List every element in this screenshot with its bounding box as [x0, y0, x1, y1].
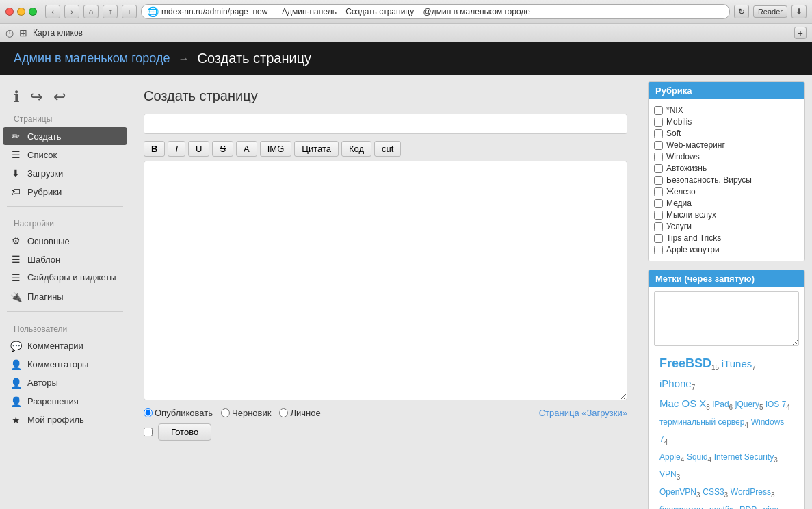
close-button[interactable]: [5, 8, 14, 16]
list-icon: ☰: [10, 149, 22, 160]
minimize-button[interactable]: [17, 8, 25, 16]
add-bookmark-button[interactable]: +: [794, 27, 807, 39]
tag-ipad[interactable]: iPad: [713, 400, 729, 409]
sidebar-item-downloads[interactable]: ⬇ Загрузки: [3, 164, 127, 182]
rubric-mobilis[interactable]: Mobilis: [654, 117, 799, 127]
publish-option[interactable]: Опубликовать: [144, 408, 213, 418]
permissions-icon: 👤: [10, 396, 22, 407]
quote-button[interactable]: Цитата: [294, 141, 339, 157]
rubric-security[interactable]: Безопасность. Вирусы: [654, 175, 799, 185]
comments-icon: 💬: [10, 341, 22, 352]
image-button[interactable]: IMG: [260, 141, 292, 157]
submit-checkbox[interactable]: [144, 428, 153, 436]
bookmark-label[interactable]: Карта кликов: [33, 28, 83, 38]
back-button[interactable]: ‹: [45, 5, 60, 18]
rubric-tips[interactable]: Tips and Tricks: [654, 233, 799, 243]
sidebar-item-commentators[interactable]: 👤 Комментаторы: [3, 356, 127, 374]
tag-macosx[interactable]: Mac OS X: [659, 397, 706, 409]
sidebar-item-permissions[interactable]: 👤 Разрешения: [3, 393, 127, 410]
rubric-thoughts[interactable]: Мысли вслух: [654, 210, 799, 220]
sidebar-item-create-label: Создать: [27, 131, 61, 142]
tag-freebsd[interactable]: FreeBSD: [659, 356, 711, 370]
share-button[interactable]: ↑: [103, 5, 118, 18]
underline-button[interactable]: U: [188, 141, 209, 157]
forward-action-icon[interactable]: ↪: [30, 88, 42, 106]
forward-button[interactable]: ›: [64, 5, 79, 18]
submit-button[interactable]: Готово: [158, 423, 211, 441]
reload-button[interactable]: ↻: [734, 5, 749, 18]
cut-button[interactable]: cut: [374, 141, 401, 157]
sidebar-item-authors-label: Авторы: [27, 378, 58, 388]
add-tab-button[interactable]: +: [122, 5, 137, 18]
sidebar-item-create[interactable]: ✏ Создать: [3, 127, 127, 145]
rubric-hardware[interactable]: Железо: [654, 187, 799, 196]
editor-area[interactable]: [144, 161, 627, 400]
private-option[interactable]: Личное: [279, 408, 320, 418]
tag-css3[interactable]: CSS3: [703, 487, 724, 497]
sidebar-item-authors[interactable]: 👤 Авторы: [3, 374, 127, 392]
history-icon[interactable]: ◷: [5, 27, 14, 38]
tag-itunes[interactable]: iTunes: [722, 358, 752, 369]
bold-button[interactable]: B: [144, 141, 165, 157]
tag-wordpress[interactable]: WordPress: [731, 487, 771, 497]
italic-button[interactable]: I: [168, 141, 185, 157]
sidebar-item-sidebars[interactable]: ☰ Сайдбары и виджеты: [3, 269, 127, 287]
sidebar-item-list[interactable]: ☰ Список: [3, 146, 127, 164]
page-link[interactable]: Страница «Загрузки»: [539, 408, 627, 418]
draft-option[interactable]: Черновик: [221, 408, 271, 418]
tag-pipe[interactable]: pipe: [763, 505, 778, 509]
tag-squid[interactable]: Squid: [687, 452, 708, 462]
rubric-soft[interactable]: Soft: [654, 129, 799, 138]
logout-icon[interactable]: ↩: [53, 88, 66, 106]
maximize-button[interactable]: [29, 8, 37, 16]
code-button[interactable]: Код: [341, 141, 371, 157]
section-title-users: Пользователи: [0, 317, 130, 337]
tag-vpn[interactable]: VPN: [659, 469, 677, 479]
tag-openvpn[interactable]: OpenVPN: [659, 487, 696, 497]
rubric-life[interactable]: Автожизнь: [654, 164, 799, 173]
authors-icon: 👤: [10, 378, 22, 389]
publish-label: Опубликовать: [155, 408, 213, 418]
tag-apple[interactable]: Apple: [659, 452, 681, 462]
rubric-windows[interactable]: Windows: [654, 152, 799, 161]
rubric-web[interactable]: Web-мастеринг: [654, 140, 799, 150]
plugins-icon: 🔌: [10, 291, 22, 302]
tag-blocker[interactable]: блокиратор: [659, 505, 703, 509]
publish-bar: Опубликовать Черновик Личное Страница «З…: [144, 408, 627, 418]
submit-row: Готово: [144, 423, 627, 441]
tags-input[interactable]: [654, 291, 799, 346]
sidebar-item-basic[interactable]: ⚙ Основные: [3, 232, 127, 250]
private-label: Личное: [290, 408, 320, 418]
tag-internet-security[interactable]: Internet Security: [714, 452, 774, 462]
tag-terminal-server[interactable]: терминальный сервер: [659, 417, 744, 427]
download-button[interactable]: ⬇: [791, 5, 807, 18]
rubric-apple[interactable]: Apple изнутри: [654, 245, 799, 254]
site-name-link[interactable]: Админ в маленьком городе: [14, 51, 170, 66]
sidebar-item-basic-label: Основные: [27, 236, 70, 246]
strikethrough-button[interactable]: S: [212, 141, 233, 157]
sidebar-item-rubrics[interactable]: 🏷 Рубрики: [3, 183, 127, 200]
link-button[interactable]: A: [236, 141, 257, 157]
home-button[interactable]: ⌂: [83, 5, 99, 18]
reader-button[interactable]: Reader: [753, 5, 787, 18]
rubric-services[interactable]: Услуги: [654, 222, 799, 231]
sidebar-item-plugins[interactable]: 🔌 Плагины: [3, 288, 127, 306]
sidebar-item-profile[interactable]: ★ Мой профиль: [3, 411, 127, 429]
title-bar: ‹ › ⌂ ↑ + 🌐 ↻ Reader ⬇ Админ-панель – Со…: [0, 0, 812, 23]
bookmarks-icon[interactable]: ⊞: [19, 27, 27, 38]
sidebar-item-template[interactable]: ☰ Шаблон: [3, 250, 127, 268]
sidebar-item-commentators-label: Комментаторы: [27, 359, 88, 369]
tag-iphone[interactable]: iPhone: [659, 378, 692, 389]
sidebar-item-comments[interactable]: 💬 Комментарии: [3, 337, 127, 355]
info-icon[interactable]: ℹ: [14, 88, 19, 106]
tag-postfix[interactable]: postfix: [709, 505, 733, 509]
address-bar[interactable]: [161, 7, 724, 16]
tag-rdp[interactable]: RDP: [739, 505, 757, 509]
rubric-media[interactable]: Медиа: [654, 198, 799, 208]
draft-label: Черновик: [232, 408, 271, 418]
title-input[interactable]: [144, 114, 627, 134]
tags-body: FreeBSD15 iTunes7 iPhone7 Mac OS X8 iPad…: [649, 287, 804, 509]
tag-jquery[interactable]: jQuery: [735, 400, 759, 409]
tag-ios7[interactable]: iOS 7: [765, 400, 786, 409]
rubric-nix[interactable]: *NIX: [654, 105, 799, 115]
